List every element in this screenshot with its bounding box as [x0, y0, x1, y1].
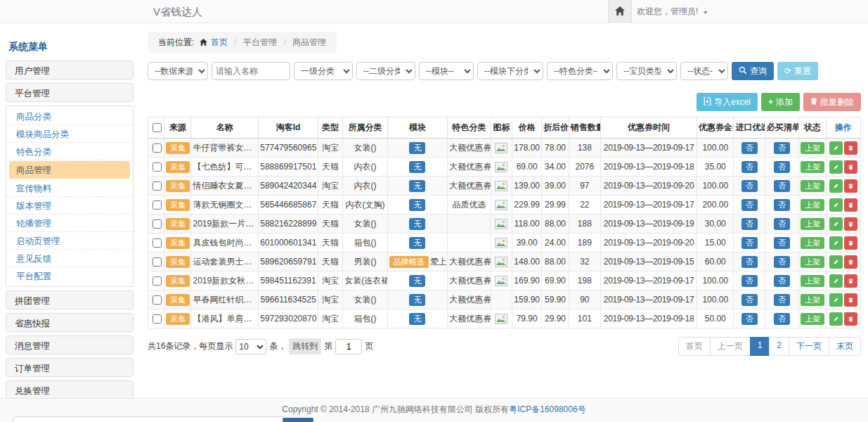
status-toggle[interactable]: 上架: [801, 161, 824, 173]
module-badge[interactable]: 无: [409, 142, 425, 154]
delete-button[interactable]: [844, 179, 857, 193]
page-button[interactable]: 2: [769, 337, 789, 356]
delete-button[interactable]: [844, 236, 857, 250]
must-buy-toggle[interactable]: 否: [774, 218, 790, 230]
sidebar-group[interactable]: 消息管理: [6, 335, 134, 354]
import-toggle[interactable]: 否: [741, 313, 758, 325]
sidebar-item[interactable]: 平台配置: [6, 267, 133, 285]
sidebar-item[interactable]: 商品分类: [6, 108, 133, 125]
import-toggle[interactable]: 否: [741, 161, 758, 173]
page-button[interactable]: 末页: [829, 337, 861, 356]
icp-link[interactable]: 粤ICP备16098006号: [509, 404, 585, 414]
row-checkbox[interactable]: [153, 219, 162, 229]
filter-select[interactable]: --二级分类--: [356, 62, 415, 80]
status-toggle[interactable]: 上架: [801, 294, 824, 306]
import-toggle[interactable]: 否: [741, 294, 758, 306]
delete-button[interactable]: [844, 274, 857, 288]
batch-delete-button[interactable]: 批量删除: [803, 93, 861, 111]
page-number-input[interactable]: [335, 339, 362, 354]
sidebar-item[interactable]: 模块商品分类: [6, 125, 133, 143]
edit-button[interactable]: [829, 160, 843, 174]
home-button[interactable]: [608, 0, 632, 23]
must-buy-toggle[interactable]: 否: [774, 237, 790, 249]
delete-button[interactable]: [844, 217, 857, 231]
row-checkbox[interactable]: [153, 238, 162, 248]
edit-button[interactable]: [829, 217, 843, 231]
sidebar-group[interactable]: 拼团管理: [6, 290, 134, 309]
sidebar-item[interactable]: 意见反馈: [6, 250, 133, 267]
delete-button[interactable]: [844, 312, 857, 326]
import-excel-button[interactable]: 导入excel: [697, 93, 758, 111]
module-badge[interactable]: 无: [409, 294, 425, 306]
filter-select[interactable]: --宝贝类型--: [616, 62, 677, 80]
module-badge[interactable]: 品牌精选: [389, 256, 429, 268]
add-button[interactable]: + 添加: [761, 93, 800, 111]
row-checkbox[interactable]: [153, 257, 162, 267]
module-badge[interactable]: 无: [409, 199, 425, 211]
select-all-checkbox[interactable]: [153, 123, 162, 132]
delete-button[interactable]: [844, 293, 857, 307]
status-toggle[interactable]: 上架: [801, 275, 824, 287]
page-button[interactable]: 首页: [678, 337, 711, 356]
edit-button[interactable]: [829, 274, 843, 288]
module-badge[interactable]: 无: [409, 161, 425, 173]
sidebar-item[interactable]: 宣传物料: [6, 179, 133, 197]
user-menu[interactable]: 欢迎您，管理员! ▼: [637, 0, 708, 24]
status-toggle[interactable]: 上架: [801, 180, 824, 192]
status-toggle[interactable]: 上架: [801, 218, 824, 230]
row-checkbox[interactable]: [153, 276, 162, 286]
page-button[interactable]: 上一页: [710, 337, 751, 356]
sidebar-group[interactable]: 平台管理: [6, 83, 134, 102]
status-toggle[interactable]: 上架: [801, 313, 824, 325]
filter-select[interactable]: --特色分类--: [547, 62, 613, 80]
page-button[interactable]: 下一页: [789, 337, 829, 356]
row-checkbox[interactable]: [153, 200, 162, 210]
name-search-input[interactable]: [212, 62, 290, 80]
filter-select[interactable]: --模块--: [419, 62, 474, 80]
row-checkbox[interactable]: [153, 181, 162, 191]
sidebar-item[interactable]: 版本管理: [6, 197, 133, 215]
edit-button[interactable]: [829, 255, 843, 269]
row-checkbox[interactable]: [153, 143, 162, 153]
edit-button[interactable]: [829, 141, 843, 155]
must-buy-toggle[interactable]: 否: [774, 199, 790, 211]
status-toggle[interactable]: 上架: [801, 237, 824, 249]
must-buy-toggle[interactable]: 否: [774, 142, 790, 154]
status-toggle[interactable]: 上架: [801, 199, 824, 211]
sidebar-item[interactable]: 轮播管理: [6, 215, 133, 232]
must-buy-toggle[interactable]: 否: [774, 294, 790, 306]
edit-button[interactable]: [829, 312, 843, 326]
reset-button[interactable]: ⟳ 重置: [777, 62, 818, 80]
row-checkbox[interactable]: [153, 295, 162, 305]
status-toggle[interactable]: 上架: [801, 142, 824, 154]
sidebar-item[interactable]: 商品管理: [9, 161, 130, 179]
sidebar-item[interactable]: 特色分类: [6, 143, 133, 160]
filter-select[interactable]: --模块下分类--: [477, 62, 543, 80]
import-toggle[interactable]: 否: [741, 199, 758, 211]
import-toggle[interactable]: 否: [741, 218, 758, 230]
sidebar-group[interactable]: 兑换管理: [6, 381, 134, 399]
must-buy-toggle[interactable]: 否: [774, 313, 790, 325]
sidebar-item[interactable]: 启动页管理: [6, 232, 133, 250]
row-checkbox[interactable]: [153, 162, 162, 172]
module-badge[interactable]: 无: [409, 180, 425, 192]
filter-select[interactable]: --状态--: [680, 62, 728, 80]
page-button[interactable]: 1: [750, 337, 770, 356]
must-buy-toggle[interactable]: 否: [774, 161, 790, 173]
module-badge[interactable]: 无: [409, 275, 425, 287]
delete-button[interactable]: [844, 141, 857, 155]
row-checkbox[interactable]: [153, 314, 162, 324]
status-toggle[interactable]: 上架: [801, 256, 824, 268]
import-toggle[interactable]: 否: [741, 180, 758, 192]
must-buy-toggle[interactable]: 否: [774, 275, 790, 287]
import-toggle[interactable]: 否: [741, 275, 758, 287]
module-badge[interactable]: 无: [409, 313, 425, 325]
search-button[interactable]: 查询: [732, 62, 774, 80]
delete-button[interactable]: [844, 198, 857, 212]
edit-button[interactable]: [829, 179, 843, 193]
delete-button[interactable]: [844, 160, 857, 174]
per-page-select[interactable]: 10: [235, 339, 266, 354]
import-toggle[interactable]: 否: [741, 237, 758, 249]
module-badge[interactable]: 无: [409, 218, 425, 230]
jump-button[interactable]: 跳转到: [289, 338, 321, 354]
